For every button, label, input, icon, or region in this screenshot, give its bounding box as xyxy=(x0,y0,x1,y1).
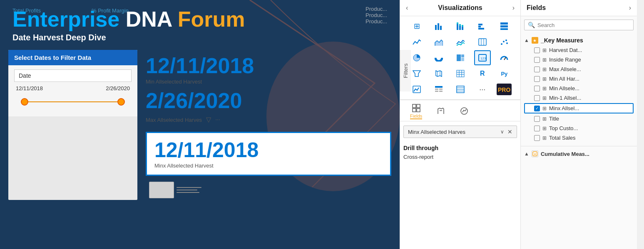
fields-item-check-inside[interactable] xyxy=(534,57,540,63)
fields-item-inside-range[interactable]: ⊞ Inside Range xyxy=(524,55,634,64)
fields-item-min1-allsel[interactable]: ⊞ Min-1 Allsel... xyxy=(524,93,634,103)
svg-rect-41 xyxy=(435,86,443,88)
date-value-highlight: 12/11/2018 Minx Allselected Harvest xyxy=(146,132,391,176)
svg-point-22 xyxy=(506,42,508,44)
measure-icon-max: ⊞ xyxy=(542,67,547,72)
viz-icon-table[interactable]: ⊞ xyxy=(408,19,425,34)
fields-item-harvest-dat[interactable]: ⊞ Harvest Dat... xyxy=(524,45,634,55)
viz-icon-table2[interactable] xyxy=(430,82,447,97)
fields-item-check-min1[interactable] xyxy=(534,95,540,101)
viz-icon-area[interactable] xyxy=(430,35,447,49)
svg-rect-44 xyxy=(435,91,438,92)
viz-icon-r[interactable]: R xyxy=(474,66,491,81)
fields-x-icon[interactable]: ✕ xyxy=(507,128,512,135)
fields-item-min-all-har[interactable]: ⊞ Min All Har... xyxy=(524,74,634,84)
svg-rect-9 xyxy=(462,25,463,27)
fields-value-section: Minx Allselected Harves ∨ ✕ xyxy=(400,121,520,142)
viz-icon-treemap[interactable] xyxy=(452,50,469,65)
fields-item-title[interactable]: ⊞ Title xyxy=(524,114,634,123)
fields-search-input[interactable] xyxy=(537,22,630,28)
fields-item-min-allsele[interactable]: ⊞ Min Allsele... xyxy=(524,84,634,93)
svg-rect-54 xyxy=(417,104,420,108)
more-options-icon[interactable]: ··· xyxy=(215,116,220,123)
viz-icon-col[interactable] xyxy=(474,19,491,34)
viz-icon-matrix[interactable] xyxy=(452,66,469,81)
brand-title: Enterprise DNA Forum xyxy=(12,7,387,31)
viz-arrow-left[interactable]: ‹ xyxy=(406,4,408,12)
fields-item-check-minallhar[interactable] xyxy=(534,76,540,82)
svg-rect-11 xyxy=(478,24,482,25)
report-header: Enterprise DNA Forum Date Harvest Deep D… xyxy=(0,0,400,46)
report-body: Select Dates to Filter Data Date 12/11/2… xyxy=(0,46,400,204)
fields-item-name-min1: Min-1 Allsel... xyxy=(549,95,630,101)
report-subtitle: Date Harvest Deep Dive xyxy=(12,33,387,42)
fields-item-name-inside: Inside Range xyxy=(549,57,630,63)
viz-icon-scatter[interactable] xyxy=(496,35,512,49)
thumb-line-3 xyxy=(177,192,199,193)
fields-item-name-minx: Minx Allsel... xyxy=(549,105,629,111)
slider-line xyxy=(24,101,122,102)
date-slider[interactable] xyxy=(14,96,132,108)
date-value-3-label: Minx Allselected Harvest xyxy=(154,163,383,169)
date-values-panel: 12/11/2018 Min Allselected Harvest 2/26/… xyxy=(146,50,391,200)
viz-icon-py[interactable]: Py xyxy=(496,66,512,81)
viz-icon-card[interactable]: 123 xyxy=(474,50,491,65)
tab-analytics[interactable] xyxy=(456,105,472,118)
viz-icon-kpi[interactable] xyxy=(408,82,425,97)
viz-icon-donut[interactable] xyxy=(430,50,447,65)
fields-item-total-sales[interactable]: ⊞ Total Sales xyxy=(524,133,634,143)
viz-icon-line-cluster[interactable] xyxy=(452,35,469,49)
fields-item-minx-allsel[interactable]: ✓ ⊞ Minx Allsel... xyxy=(524,103,634,113)
fields-item-name-totalsales: Total Sales xyxy=(549,135,630,141)
measure-icon-minx: ⊞ xyxy=(542,106,547,111)
cross-report-label: Cross-report xyxy=(403,154,517,160)
viz-icon-table3[interactable] xyxy=(452,82,469,97)
fields-item-check-minallsele[interactable] xyxy=(534,86,540,91)
svg-rect-3 xyxy=(440,26,442,30)
fields-item-check-minx[interactable]: ✓ xyxy=(534,106,540,111)
cumulative-chevron: ▲ xyxy=(524,151,529,157)
svg-rect-42 xyxy=(435,89,438,90)
slider-thumb-right[interactable] xyxy=(117,98,125,106)
fields-item-max-allsele[interactable]: ⊞ Max Allsele... xyxy=(524,64,634,74)
svg-rect-7 xyxy=(459,24,461,26)
slider-thumb-left[interactable] xyxy=(21,98,28,106)
fields-item-check-harvest[interactable] xyxy=(534,47,540,53)
viz-icon-pie[interactable] xyxy=(408,50,425,65)
viz-icon-line[interactable] xyxy=(408,35,425,49)
fields-item-check-max[interactable] xyxy=(534,67,540,72)
fields-item-check-title[interactable] xyxy=(534,116,540,122)
fields-item-check-totalsales[interactable] xyxy=(534,135,540,141)
viz-panel-title: Visualizations xyxy=(438,4,482,12)
fields-arrow-right[interactable]: › xyxy=(629,4,631,12)
thumb-line-2 xyxy=(177,190,197,190)
viz-icon-gauge[interactable] xyxy=(496,50,512,65)
fields-value-dropdown[interactable]: Minx Allselected Harves ∨ ✕ xyxy=(403,126,517,138)
cumulative-name: Cumulative Meas... xyxy=(541,151,589,157)
viz-icon-stacked-bar[interactable] xyxy=(452,19,469,34)
svg-rect-4 xyxy=(457,24,458,30)
viz-icon-100bar[interactable] xyxy=(496,19,512,34)
viz-icon-more[interactable]: ··· xyxy=(474,82,491,97)
viz-icon-bar[interactable] xyxy=(430,19,447,34)
svg-rect-12 xyxy=(478,28,484,30)
viz-icon-funnel[interactable] xyxy=(408,66,425,81)
viz-icon-map[interactable] xyxy=(430,66,447,81)
thumb-line-1 xyxy=(177,187,201,188)
viz-arrow-right[interactable]: › xyxy=(512,4,515,12)
tab-fields[interactable]: Fields xyxy=(407,102,425,121)
fields-search-bar[interactable]: 🔍 xyxy=(524,20,634,30)
svg-rect-16 xyxy=(479,39,486,45)
svg-rect-35 xyxy=(457,70,464,77)
tab-format[interactable] xyxy=(433,105,449,118)
measure-icon-min1: ⊞ xyxy=(542,95,547,101)
cumulative-group[interactable]: ▲ ★ Cumulative Meas... xyxy=(521,148,637,160)
date-value-2-label: Max Allselected Harves xyxy=(146,117,202,123)
filter-icon[interactable]: ▽ xyxy=(206,116,211,123)
viz-icon-pro[interactable]: PRO xyxy=(496,82,512,97)
viz-icon-ribbon[interactable] xyxy=(474,35,491,49)
key-measures-group-header[interactable]: ▲ ★ _Key Measures xyxy=(524,35,634,45)
fields-item-top-custo[interactable]: ⊞ Top Custo... xyxy=(524,123,634,133)
fields-item-name-minallhar: Min All Har... xyxy=(549,76,630,82)
fields-item-check-topcusto[interactable] xyxy=(534,126,540,131)
